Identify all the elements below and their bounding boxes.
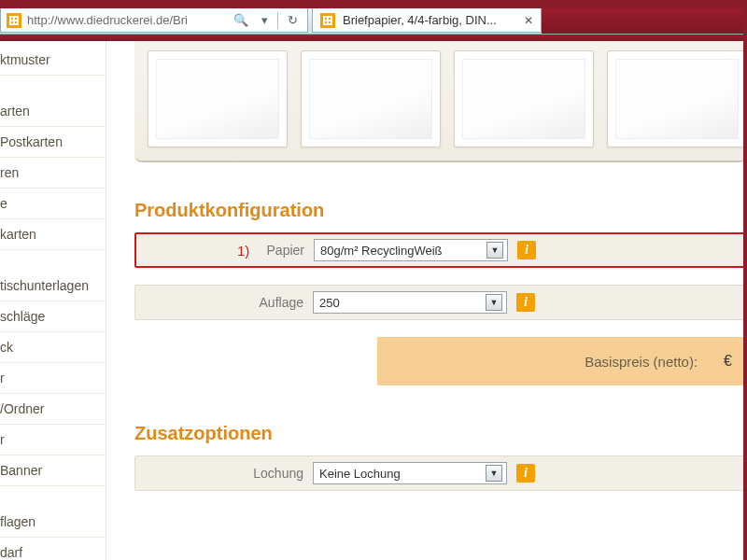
window-right-edge [743, 0, 747, 560]
section-title-config: Produktkonfiguration [134, 200, 747, 221]
config-row-lochung: Lochung Keine Lochung ▼ i [134, 455, 747, 491]
sidebar-item[interactable]: tischunterlagen [0, 271, 106, 301]
price-label: Basispreis (netto): [585, 354, 698, 370]
product-thumbnails [134, 41, 747, 162]
sidebar-item[interactable]: Banner [0, 455, 106, 486]
sidebar-item[interactable]: e [0, 189, 106, 219]
sidebar-item[interactable]: r [0, 425, 106, 455]
sidebar-item[interactable]: flagen [0, 507, 106, 538]
info-icon[interactable]: i [516, 464, 535, 483]
sidebar-item[interactable]: Postkarten [0, 127, 106, 158]
price-strip: Basispreis (netto): € [377, 337, 747, 385]
search-icon[interactable]: 🔍 [230, 13, 252, 27]
address-bar-tab[interactable]: http://www.diedruckerei.de/Bri 🔍 ▾ ↻ [0, 8, 308, 33]
chevron-down-icon[interactable]: ▼ [486, 294, 502, 311]
dropdown-lochung[interactable]: Keine Lochung ▼ [313, 462, 507, 484]
separator [277, 12, 278, 29]
dropdown-value: 80g/m² RecyclingWeiß [320, 244, 486, 258]
section-title-extras: Zusatzoptionen [134, 423, 747, 444]
url-text[interactable]: http://www.diedruckerei.de/Bri [27, 13, 224, 27]
sidebar-item[interactable]: arten [0, 96, 106, 127]
dropdown-auflage[interactable]: 250 ▼ [313, 291, 507, 314]
sidebar-item[interactable]: ktmuster [0, 45, 106, 76]
tab-favicon [320, 13, 335, 28]
info-icon[interactable]: i [517, 241, 536, 259]
tab-strip-remainder [542, 8, 747, 34]
product-thumb[interactable] [454, 50, 594, 147]
dropdown-papier[interactable]: 80g/m² RecyclingWeiß ▼ [314, 239, 508, 261]
chevron-down-icon[interactable]: ▼ [486, 465, 502, 482]
label-lochung: Lochung [135, 466, 313, 481]
label-auflage: Auflage [135, 295, 313, 310]
annotation-marker: 1) [237, 243, 249, 259]
sidebar-item[interactable]: karten [0, 219, 106, 250]
info-icon[interactable]: i [516, 293, 535, 312]
dropdown-value: Keine Lochung [319, 467, 486, 481]
close-icon[interactable]: ✕ [524, 14, 533, 27]
tab-title: Briefpapier, 4/4-farbig, DIN... [343, 13, 516, 27]
sidebar-item[interactable]: ck [0, 332, 106, 363]
dropdown-icon[interactable]: ▾ [258, 13, 272, 27]
browser-tab[interactable]: Briefpapier, 4/4-farbig, DIN... ✕ [312, 8, 542, 33]
refresh-icon[interactable]: ↻ [284, 13, 302, 27]
label-papier: Papier [136, 243, 314, 258]
sidebar-item[interactable]: r [0, 363, 106, 394]
site-favicon [7, 13, 21, 28]
product-thumb[interactable] [607, 50, 747, 147]
sidebar-item[interactable]: ren [0, 158, 106, 189]
currency-symbol: € [724, 353, 732, 370]
sidebar-item[interactable]: darf [0, 538, 106, 560]
sidebar-item[interactable]: schläge [0, 301, 106, 332]
header-strip [0, 35, 747, 41]
product-thumb[interactable] [301, 50, 441, 147]
main-content: Produktkonfiguration 1) Papier 80g/m² Re… [106, 41, 747, 560]
chevron-down-icon[interactable]: ▼ [486, 242, 503, 259]
config-row-papier: 1) Papier 80g/m² RecyclingWeiß ▼ i [134, 232, 747, 268]
window-titlebar [0, 0, 747, 8]
browser-tab-strip: http://www.diedruckerei.de/Bri 🔍 ▾ ↻ Bri… [0, 8, 747, 35]
product-thumb[interactable] [148, 50, 288, 147]
sidebar-item[interactable]: /Ordner [0, 394, 106, 425]
category-sidebar: ktmuster arten Postkarten ren e karten t… [0, 41, 106, 560]
config-row-auflage: Auflage 250 ▼ i [134, 285, 747, 320]
dropdown-value: 250 [319, 296, 486, 310]
